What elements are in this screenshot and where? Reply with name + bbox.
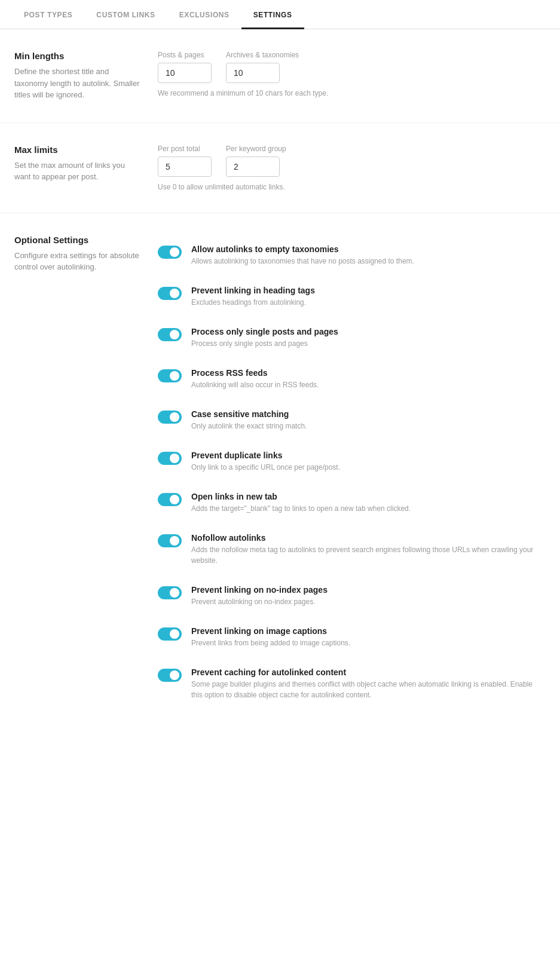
toggle-switch-case-sensitive[interactable] — [158, 411, 182, 424]
toggle-item-single-posts: Process only single posts and pages Proc… — [158, 317, 546, 359]
toggle-label-nofollow: Nofollow autolinks — [191, 533, 546, 543]
optional-settings-section: Optional Settings Configure extra settin… — [0, 213, 560, 731]
per-keyword-label: Per keyword group — [226, 145, 286, 153]
toggle-item-prevent-caching: Prevent caching for autolinked content S… — [158, 658, 546, 710]
max-limits-hint: Use 0 to allow unlimited automatic links… — [158, 183, 546, 191]
toggle-desc-image-captions: Prevent links from being added to image … — [191, 638, 546, 648]
toggle-text-single-posts: Process only single posts and pages Proc… — [191, 327, 546, 349]
toggle-text-case-sensitive: Case sensitive matching Only autolink th… — [191, 409, 546, 431]
tab-settings[interactable]: SETTINGS — [241, 0, 304, 29]
min-lengths-desc: Define the shortest title and taxonomy l… — [14, 66, 140, 101]
min-lengths-left: Min lengths Define the shortest title an… — [14, 51, 158, 101]
tab-custom-links[interactable]: CUSTOM LINKS — [84, 0, 167, 29]
optional-settings-desc: Configure extra settings for absolute co… — [14, 250, 140, 273]
archives-taxonomies-field-group: Archives & taxonomies — [226, 51, 299, 83]
tab-exclusions[interactable]: EXCLUSIONS — [167, 0, 241, 29]
toggle-label-duplicate-links: Prevent duplicate links — [191, 451, 546, 460]
optional-settings-left: Optional Settings Configure extra settin… — [14, 235, 158, 710]
toggle-text-image-captions: Prevent linking on image captions Preven… — [191, 626, 546, 648]
per-post-input[interactable] — [158, 157, 212, 177]
toggle-slider-no-index — [158, 586, 182, 599]
toggle-slider-empty-taxonomies — [158, 246, 182, 259]
toggle-desc-heading-tags: Excludes headings from autolinking. — [191, 297, 546, 308]
toggle-switch-no-index[interactable] — [158, 586, 182, 599]
toggle-desc-no-index: Prevent autolinking on no-index pages. — [191, 596, 546, 607]
max-limits-right: Per post total Per keyword group Use 0 t… — [158, 145, 546, 191]
optional-settings-right: Allow autolinks to empty taxonomies Allo… — [158, 235, 546, 710]
toggle-slider-new-tab — [158, 493, 182, 506]
toggle-label-empty-taxonomies: Allow autolinks to empty taxonomies — [191, 244, 546, 254]
toggle-switch-heading-tags[interactable] — [158, 287, 182, 300]
per-post-field-group: Per post total — [158, 145, 212, 177]
toggle-label-prevent-caching: Prevent caching for autolinked content — [191, 667, 546, 677]
toggle-slider-heading-tags — [158, 287, 182, 300]
min-lengths-hint: We recommend a minimum of 10 chars for e… — [158, 89, 546, 97]
toggle-text-nofollow: Nofollow autolinks Adds the nofollow met… — [191, 533, 546, 566]
toggle-text-rss-feeds: Process RSS feeds Autolinking will also … — [191, 368, 546, 390]
toggle-item-rss-feeds: Process RSS feeds Autolinking will also … — [158, 359, 546, 400]
toggle-slider-prevent-caching — [158, 669, 182, 682]
nav-tabs: POST TYPES CUSTOM LINKS EXCLUSIONS SETTI… — [0, 0, 560, 29]
toggle-switch-image-captions[interactable] — [158, 627, 182, 641]
toggle-switch-nofollow[interactable] — [158, 534, 182, 547]
per-keyword-field-group: Per keyword group — [226, 145, 286, 177]
toggle-desc-prevent-caching: Some page builder plugins and themes con… — [191, 679, 546, 700]
toggle-slider-rss-feeds — [158, 369, 182, 382]
toggle-switch-empty-taxonomies[interactable] — [158, 246, 182, 259]
optional-settings-title: Optional Settings — [14, 235, 140, 245]
toggle-switch-prevent-caching[interactable] — [158, 669, 182, 682]
toggle-desc-nofollow: Adds the nofollow meta tag to autolinks … — [191, 544, 546, 566]
posts-pages-input[interactable] — [158, 63, 212, 83]
toggle-desc-duplicate-links: Only link to a specific URL once per pag… — [191, 462, 546, 473]
toggle-desc-single-posts: Process only single posts and pages — [191, 338, 546, 349]
toggle-label-image-captions: Prevent linking on image captions — [191, 626, 546, 636]
toggle-desc-case-sensitive: Only autolink the exact string match. — [191, 421, 546, 431]
toggle-switch-single-posts[interactable] — [158, 328, 182, 341]
posts-pages-label: Posts & pages — [158, 51, 212, 59]
max-limits-left: Max limits Set the max amount of links y… — [14, 145, 158, 191]
posts-pages-field-group: Posts & pages — [158, 51, 212, 83]
per-keyword-input[interactable] — [226, 157, 280, 177]
max-limits-section: Max limits Set the max amount of links y… — [0, 123, 560, 213]
toggle-item-nofollow: Nofollow autolinks Adds the nofollow met… — [158, 523, 546, 575]
toggle-text-no-index: Prevent linking on no-index pages Preven… — [191, 585, 546, 607]
toggle-desc-empty-taxonomies: Allows autolinking to taxonomies that ha… — [191, 256, 546, 267]
toggle-item-empty-taxonomies: Allow autolinks to empty taxonomies Allo… — [158, 235, 546, 276]
min-lengths-section: Min lengths Define the shortest title an… — [0, 29, 560, 123]
max-limits-desc: Set the max amount of links you want to … — [14, 160, 140, 183]
toggle-slider-duplicate-links — [158, 452, 182, 465]
toggle-switch-duplicate-links[interactable] — [158, 452, 182, 465]
archives-taxonomies-input[interactable] — [226, 63, 280, 83]
per-post-label: Per post total — [158, 145, 212, 153]
toggle-item-duplicate-links: Prevent duplicate links Only link to a s… — [158, 441, 546, 482]
toggle-label-case-sensitive: Case sensitive matching — [191, 409, 546, 419]
toggle-switch-new-tab[interactable] — [158, 493, 182, 506]
toggle-label-single-posts: Process only single posts and pages — [191, 327, 546, 336]
max-limits-title: Max limits — [14, 145, 140, 155]
toggle-label-heading-tags: Prevent linking in heading tags — [191, 286, 546, 295]
toggle-desc-rss-feeds: Autolinking will also occur in RSS feeds… — [191, 379, 546, 390]
toggle-item-no-index: Prevent linking on no-index pages Preven… — [158, 575, 546, 617]
min-lengths-right: Posts & pages Archives & taxonomies We r… — [158, 51, 546, 101]
toggle-label-no-index: Prevent linking on no-index pages — [191, 585, 546, 595]
toggle-text-heading-tags: Prevent linking in heading tags Excludes… — [191, 286, 546, 308]
min-lengths-title: Min lengths — [14, 51, 140, 61]
archives-taxonomies-label: Archives & taxonomies — [226, 51, 299, 59]
toggle-label-new-tab: Open links in new tab — [191, 492, 546, 501]
toggle-list: Allow autolinks to empty taxonomies Allo… — [158, 235, 546, 710]
tab-post-types[interactable]: POST TYPES — [12, 0, 84, 29]
toggle-slider-image-captions — [158, 627, 182, 641]
toggle-text-empty-taxonomies: Allow autolinks to empty taxonomies Allo… — [191, 244, 546, 267]
min-lengths-fields: Posts & pages Archives & taxonomies — [158, 51, 546, 83]
toggle-text-prevent-caching: Prevent caching for autolinked content S… — [191, 667, 546, 700]
toggle-item-case-sensitive: Case sensitive matching Only autolink th… — [158, 400, 546, 441]
toggle-item-image-captions: Prevent linking on image captions Preven… — [158, 617, 546, 658]
toggle-label-rss-feeds: Process RSS feeds — [191, 368, 546, 378]
toggle-item-heading-tags: Prevent linking in heading tags Excludes… — [158, 276, 546, 317]
toggle-slider-case-sensitive — [158, 411, 182, 424]
max-limits-fields: Per post total Per keyword group — [158, 145, 546, 177]
toggle-switch-rss-feeds[interactable] — [158, 369, 182, 382]
toggle-slider-nofollow — [158, 534, 182, 547]
toggle-text-new-tab: Open links in new tab Adds the target="_… — [191, 492, 546, 514]
toggle-desc-new-tab: Adds the target="_blank" tag to links to… — [191, 503, 546, 514]
